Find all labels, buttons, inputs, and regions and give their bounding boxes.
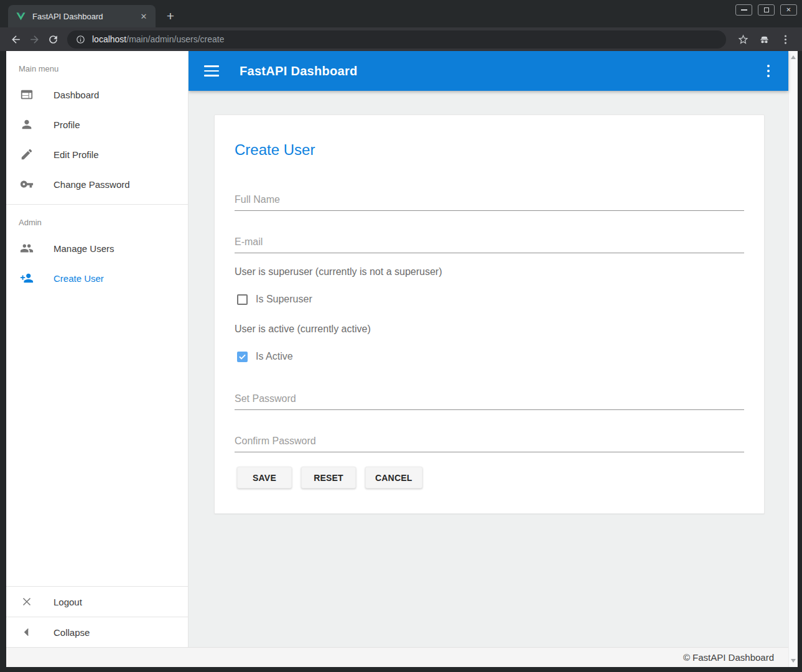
full-name-input[interactable]: [235, 189, 744, 211]
sidebar-section-admin: Admin: [6, 205, 188, 233]
reload-icon: [47, 34, 59, 45]
email-input[interactable]: [235, 231, 744, 253]
page-viewport: Main menu Dashboard Profile Edit Profile: [6, 51, 788, 667]
sidebar-item-label: Logout: [54, 597, 82, 607]
browser-window: FastAPI Dashboard ✕ + ✕ localho: [0, 0, 802, 672]
sidebar-item-label: Dashboard: [54, 90, 99, 100]
sidebar-section-main-menu: Main menu: [6, 51, 188, 80]
key-icon: [19, 177, 34, 192]
forward-button[interactable]: [25, 30, 44, 49]
sidebar-bottom: Logout Collapse: [6, 586, 188, 647]
bookmark-button[interactable]: [734, 30, 752, 49]
reset-button[interactable]: RESET: [301, 467, 356, 488]
url-host: localhost: [92, 34, 126, 44]
checkbox-unchecked-icon[interactable]: [237, 294, 248, 305]
checkbox-checked-icon[interactable]: [237, 352, 248, 362]
new-tab-button[interactable]: +: [162, 7, 179, 25]
incognito-indicator: [755, 30, 773, 49]
full-name-field: [235, 189, 744, 211]
kebab-menu-icon: [780, 34, 791, 45]
confirm-password-field: [235, 430, 744, 452]
close-window-button[interactable]: ✕: [780, 4, 797, 16]
minimize-button[interactable]: [735, 4, 752, 16]
person-icon: [19, 117, 34, 132]
maximize-button[interactable]: [758, 4, 775, 16]
appbar-title: FastAPI Dashboard: [240, 64, 358, 78]
sidebar-item-change-password[interactable]: Change Password: [6, 169, 188, 199]
browser-toolbar: localhost/main/admin/users/create: [0, 27, 802, 51]
active-hint: User is active (currently active): [235, 324, 371, 335]
scrollbar-up-arrow-icon[interactable]: [791, 55, 796, 59]
checkbox-label: Is Active: [256, 351, 293, 362]
url-path: /main/admin/users/create: [126, 34, 224, 44]
reload-button[interactable]: [44, 30, 62, 49]
set-password-input[interactable]: [235, 388, 744, 410]
pencil-icon: [19, 147, 34, 162]
star-icon: [737, 34, 749, 45]
is-active-checkbox[interactable]: Is Active: [237, 351, 293, 362]
page-title: Create User: [235, 141, 315, 159]
back-button[interactable]: [6, 30, 25, 49]
sidebar-item-dashboard[interactable]: Dashboard: [6, 80, 188, 110]
site-info-icon[interactable]: [76, 35, 85, 44]
sidebar-item-profile[interactable]: Profile: [6, 110, 188, 139]
browser-titlebar: FastAPI Dashboard ✕ + ✕: [0, 0, 802, 27]
window-controls: ✕: [735, 4, 797, 16]
sidebar-item-create-user[interactable]: Create User: [6, 263, 188, 293]
sidebar-item-label: Manage Users: [54, 243, 114, 254]
sidebar-item-logout[interactable]: Logout: [6, 587, 188, 617]
appbar-menu-button[interactable]: [767, 65, 770, 78]
toolbar-actions: [734, 30, 795, 49]
save-button[interactable]: SAVE: [237, 467, 292, 488]
vue-logo-icon: [16, 11, 26, 22]
email-field: [235, 231, 744, 253]
sidebar-item-label: Edit Profile: [54, 149, 99, 160]
person-add-icon: [19, 271, 34, 286]
create-user-card: Create User User is superuser (currently…: [214, 114, 765, 514]
copyright-text: © FastAPI Dashboard: [683, 652, 774, 663]
cancel-button[interactable]: CANCEL: [365, 467, 422, 488]
sidebar-item-label: Create User: [54, 273, 104, 284]
hamburger-menu-icon[interactable]: [204, 65, 219, 77]
sidebar-item-label: Collapse: [54, 627, 90, 638]
page-footer: © FastAPI Dashboard: [6, 647, 788, 667]
back-arrow-icon: [10, 34, 22, 45]
superuser-hint: User is superuser (currently is not a su…: [235, 266, 442, 278]
sidebar: Main menu Dashboard Profile Edit Profile: [6, 51, 189, 647]
incognito-icon: [758, 34, 770, 45]
checkbox-label: Is Superuser: [256, 294, 312, 305]
scrollbar-down-arrow-icon[interactable]: [791, 659, 796, 663]
browser-tab[interactable]: FastAPI Dashboard ✕: [8, 5, 156, 27]
sidebar-item-label: Change Password: [54, 179, 130, 190]
appbar: FastAPI Dashboard: [189, 51, 788, 91]
forward-arrow-icon: [29, 34, 40, 45]
sidebar-item-edit-profile[interactable]: Edit Profile: [6, 139, 188, 169]
sidebar-spacer: [6, 293, 188, 586]
sidebar-item-collapse[interactable]: Collapse: [6, 617, 188, 647]
tab-title: FastAPI Dashboard: [32, 12, 138, 21]
url-text: localhost/main/admin/users/create: [92, 34, 224, 44]
page-scrollbar[interactable]: [788, 51, 798, 667]
confirm-password-input[interactable]: [235, 430, 744, 452]
chevron-left-icon: [19, 625, 34, 640]
tab-close-icon[interactable]: ✕: [138, 11, 149, 22]
web-icon: [19, 87, 34, 102]
main-content: Create User User is superuser (currently…: [189, 91, 788, 647]
address-bar[interactable]: localhost/main/admin/users/create: [67, 30, 726, 49]
close-icon: [19, 594, 34, 609]
set-password-field: [235, 388, 744, 410]
form-buttons: SAVE RESET CANCEL: [237, 467, 422, 488]
browser-menu-button[interactable]: [776, 30, 795, 49]
sidebar-item-manage-users[interactable]: Manage Users: [6, 233, 188, 263]
sidebar-item-label: Profile: [54, 119, 80, 130]
people-icon: [19, 241, 34, 256]
is-superuser-checkbox[interactable]: Is Superuser: [237, 294, 312, 305]
